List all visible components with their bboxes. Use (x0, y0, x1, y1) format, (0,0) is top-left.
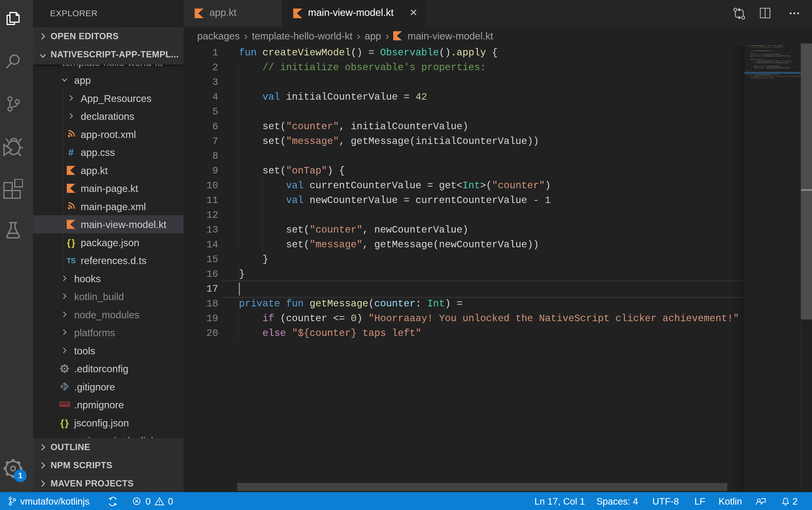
svg-text:npm: npm (61, 402, 68, 407)
